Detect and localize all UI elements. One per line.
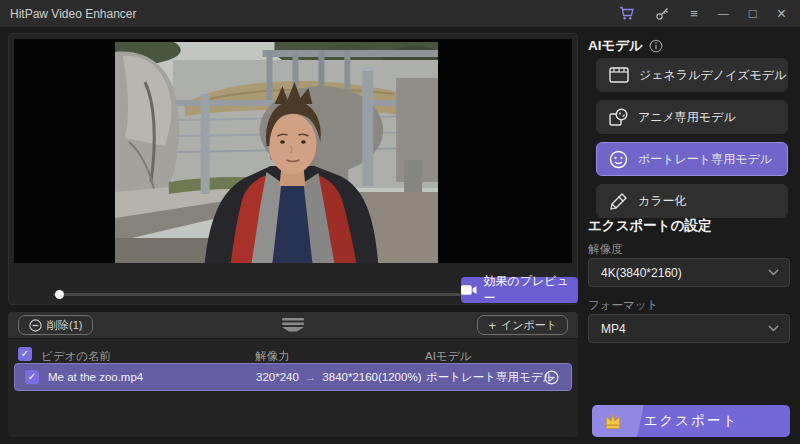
format-dropdown[interactable]: MP4 — [588, 314, 790, 343]
model-button-label: アニメ専用モデル — [638, 109, 736, 126]
ai-model-header-label: AIモデル — [588, 37, 643, 55]
export-button[interactable]: エクスポート — [592, 405, 790, 437]
row-checkbox[interactable]: ✓ — [25, 370, 39, 384]
model-button-anime[interactable]: アニメ専用モデル — [596, 100, 788, 134]
export-button-label: エクスポート — [644, 412, 739, 430]
column-header-model: AIモデル — [425, 349, 471, 364]
window-title: HitPaw Video Enhancer — [0, 7, 137, 21]
seek-track[interactable] — [53, 293, 461, 296]
minus-circle-icon — [544, 370, 559, 385]
chevron-down-icon — [768, 325, 779, 332]
delete-button[interactable]: 削除(1) — [18, 315, 93, 335]
row-target-resolution: 3840*2160(1200%) — [322, 371, 421, 383]
row-ai-model: ポートレート専用モデル — [426, 370, 554, 385]
ai-model-header: AIモデル — [588, 37, 663, 55]
minus-circle-icon — [29, 319, 42, 332]
anime-icon — [609, 108, 628, 126]
menu-icon[interactable]: ≡ — [690, 7, 698, 20]
row-source-resolution: 320*240 — [256, 371, 299, 383]
import-button[interactable]: + インポート — [477, 315, 568, 335]
row-remove-button[interactable] — [544, 370, 559, 385]
minimize-icon[interactable]: — — [718, 8, 729, 19]
seek-handle[interactable] — [55, 290, 64, 299]
titlebar-icons: ≡ — □ × — [619, 6, 800, 22]
row-file-name: Me at the zoo.mp4 — [48, 371, 143, 383]
format-value: MP4 — [601, 322, 626, 336]
chevron-down-icon — [768, 269, 779, 276]
portrait-icon — [609, 150, 628, 169]
resolution-dropdown[interactable]: 4K(3840*2160) — [588, 258, 790, 287]
video-viewport — [14, 39, 572, 263]
key-icon[interactable] — [655, 6, 670, 21]
app-window: HitPaw Video Enhancer ≡ — □ × — [0, 0, 800, 444]
crown-icon — [602, 411, 624, 434]
column-header-resolution: 解像力 — [255, 349, 290, 364]
import-button-label: インポート — [501, 318, 557, 333]
preview-panel: 効果のプレビュー — [8, 33, 578, 305]
model-button-label: ジェネラルデノイズモデル — [639, 67, 786, 84]
arrow-right-icon: → — [305, 371, 317, 383]
video-still-me-at-the-zoo — [115, 42, 438, 263]
model-button-label: ポートレート専用モデル — [638, 151, 772, 168]
export-settings-header: エクスポートの設定 — [588, 217, 711, 235]
resolution-label: 解像度 — [588, 242, 623, 257]
file-panel-toolbar: 削除(1) + インポート — [8, 312, 578, 339]
select-all-checkbox[interactable]: ✓ — [18, 347, 32, 361]
file-row-selected[interactable]: ✓ Me at the zoo.mp4 320*240 → 3840*2160(… — [14, 363, 572, 391]
column-header-name: ビデオの名前 — [41, 349, 111, 364]
preview-effect-button[interactable]: 効果のプレビュー — [461, 277, 578, 303]
maximize-icon[interactable]: □ — [749, 7, 757, 20]
film-icon — [609, 67, 629, 83]
cart-icon[interactable] — [619, 6, 635, 21]
close-icon[interactable]: × — [777, 6, 786, 22]
model-button-general-denoise[interactable]: ジェネラルデノイズモデル — [596, 58, 788, 92]
sidebar: AIモデル ジェネラルデノイズモデル アニメ専用モデル ポートレート専用モデル … — [585, 28, 800, 444]
model-button-portrait[interactable]: ポートレート専用モデル — [596, 142, 788, 176]
file-panel: 削除(1) + インポート ✓ ビデオの名前 解像力 AIモデル ✓ Me at… — [8, 312, 578, 437]
colorize-icon — [609, 192, 628, 211]
resolution-value: 4K(3840*2160) — [601, 266, 682, 280]
collapse-handle[interactable] — [280, 317, 306, 336]
preview-effect-label: 効果のプレビュー — [484, 273, 579, 307]
format-label: フォーマット — [588, 298, 658, 313]
model-button-label: カラー化 — [638, 193, 687, 210]
row-resolution: 320*240 → 3840*2160(1200%) — [256, 371, 421, 383]
model-button-colorize[interactable]: カラー化 — [596, 184, 788, 218]
titlebar: HitPaw Video Enhancer ≡ — □ × — [0, 0, 800, 28]
seek-bar[interactable] — [53, 287, 461, 301]
plus-icon: + — [488, 318, 496, 333]
info-icon[interactable] — [649, 39, 663, 53]
video-frame — [115, 42, 438, 263]
video-camera-icon — [461, 284, 478, 296]
delete-button-label: 削除(1) — [47, 318, 82, 333]
check-icon: ✓ — [28, 371, 36, 382]
check-icon: ✓ — [21, 348, 29, 359]
